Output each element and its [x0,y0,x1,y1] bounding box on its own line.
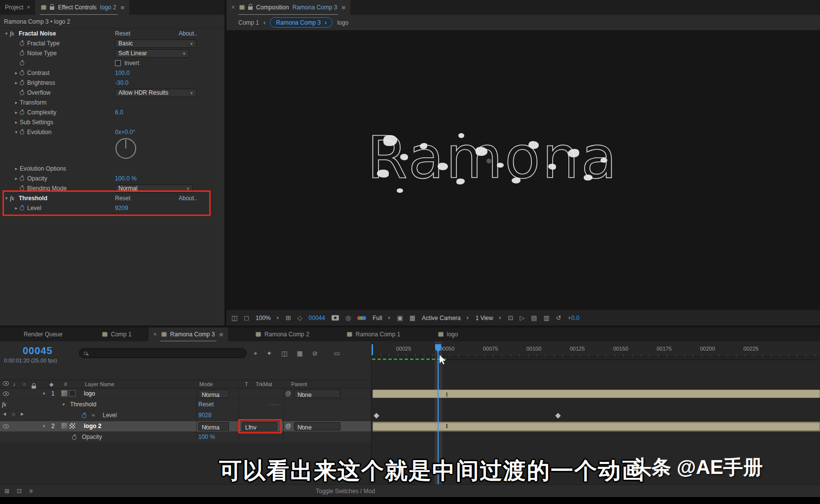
snapshot-camera-icon[interactable] [332,315,339,321]
mode-column-header[interactable]: Mode [199,381,213,387]
twirl-right-icon[interactable]: ► [13,206,20,211]
close-icon[interactable]: × [231,4,235,11]
property-row-opacity[interactable]: Opacity 100 % [0,432,371,443]
twirl-down-icon[interactable]: ▼ [13,130,20,135]
stopwatch-icon[interactable] [20,130,24,135]
resolution-select[interactable]: Full∨ [373,315,390,322]
draft-3d-icon[interactable]: ✦ [266,350,272,358]
reset-link[interactable]: Reset [115,30,130,37]
fx-icon[interactable]: fx [10,195,18,202]
property-value[interactable]: 9209 [115,205,128,212]
reset-link[interactable]: Reset [115,195,130,202]
twirl-right-icon[interactable]: ► [13,101,20,105]
camera-select[interactable]: Active Camera∨ [422,315,469,322]
stopwatch-icon[interactable] [20,61,24,66]
panel-menu-icon[interactable]: ≡ [341,4,345,11]
close-icon[interactable]: × [153,331,157,338]
tab-render-queue[interactable]: Render Queue [19,327,68,341]
frame-blending-icon[interactable]: ▦ [297,350,303,358]
layer-name-column-header[interactable]: Layer Name [85,381,114,387]
anchor-point-icon[interactable]: ⊕ [486,157,492,165]
next-keyframe-icon[interactable]: ▶ [21,412,24,416]
about-link[interactable]: About.. [179,195,197,202]
layer-switches-pane-icon[interactable]: ⊞ [4,488,9,495]
twirl-right-icon[interactable]: ► [13,177,20,181]
group-row-sub-settings[interactable]: ► Sub Settings [0,117,224,127]
layer-name[interactable]: logo 2 [84,423,101,430]
mode-dropdown[interactable]: Norma∨ [198,390,229,398]
twirl-down-icon[interactable]: ▼ [3,196,10,201]
twirl-right-icon[interactable]: ► [13,81,20,85]
panel-menu-icon[interactable]: ≡ [121,4,125,11]
t-column-header[interactable]: T [245,381,248,387]
fx-icon[interactable]: fx [2,401,10,408]
twirl-right-icon[interactable]: ► [13,167,20,171]
eye-icon[interactable] [3,392,9,396]
current-frame-field[interactable]: 00044 [309,315,325,322]
layer-row-logo-2[interactable]: ▼ 2 logo 2 Norma∨ LInv∨ @ None∨ [0,421,371,432]
twirl-right-icon[interactable]: ► [13,71,20,75]
tab-ramona-comp-2[interactable]: Ramona Comp 2 [251,327,314,341]
property-value[interactable]: -30.0 [115,79,128,86]
stopwatch-icon[interactable] [20,41,24,46]
stopwatch-icon[interactable] [20,186,24,191]
evolution-dial[interactable] [115,138,136,159]
tab-ramona-comp-1[interactable]: Ramona Comp 1 [342,327,406,341]
breadcrumb-comp1[interactable]: Comp 1 [238,19,259,26]
layer-row-logo[interactable]: ▼ 1 logo Norma∨ @ None∨ [0,389,371,399]
stopwatch-icon[interactable] [20,51,24,56]
twirl-down-icon[interactable]: ▼ [40,392,47,396]
fx-icon[interactable]: fx [10,30,18,37]
transparency-grid-icon[interactable]: ▦ [410,314,415,322]
tab-logo[interactable]: logo [433,327,463,341]
search-input[interactable] [91,349,246,357]
graph-editor-icon[interactable]: ▭ [334,350,340,358]
property-value[interactable]: 0x+0.0° [115,129,135,136]
effect-header-fractal-noise[interactable]: ▼ fx Fractal Noise Reset About.. [0,29,224,38]
lock-icon[interactable] [50,6,54,10]
about-link[interactable]: About.. [179,30,197,37]
inout-panes-icon[interactable]: ≡ [29,488,33,495]
stopwatch-icon[interactable] [20,81,24,85]
property-row-level[interactable]: ◀ ◇ ▶ ≈ Level 9028 [0,410,371,421]
region-of-interest-icon[interactable]: ▣ [397,314,403,322]
stopwatch-icon-active[interactable] [82,414,86,418]
mode-dropdown[interactable]: Norma∨ [198,422,229,431]
pixel-aspect-icon[interactable]: ⊡ [508,314,513,322]
toggle-switches-hint[interactable]: Toggle Switches / Mod [316,488,375,495]
blending-mode-dropdown[interactable]: Normal∨ [115,184,193,193]
twirl-right-icon[interactable]: ► [13,110,20,115]
graph-icon[interactable]: ≈ [92,412,95,419]
property-value[interactable]: 100.0 % [115,175,137,182]
invert-checkbox[interactable] [115,60,121,66]
tab-composition[interactable]: × Composition Ramona Comp 3 ≡ [226,0,350,15]
noise-type-dropdown[interactable]: Soft Linear∨ [115,49,189,58]
transfer-controls-pane-icon[interactable]: ⊡ [17,488,22,495]
group-row-evolution-options[interactable]: ► Evolution Options [0,164,224,174]
breadcrumb-current-pill[interactable]: Ramona Comp 3 ‹ [270,17,333,28]
trkmat-column-header[interactable]: TrkMat [256,381,272,387]
property-value[interactable]: 6.0 [115,109,123,116]
group-row-transform[interactable]: ► Transform [0,98,224,108]
tab-comp-1[interactable]: Comp 1 [97,327,137,341]
stopwatch-icon[interactable] [20,177,24,181]
exposure-value[interactable]: +0.0 [568,315,580,322]
prev-keyframe-icon[interactable]: ◀ [3,412,6,416]
solo-column-icon[interactable]: ○ [23,381,26,387]
fast-previews-icon[interactable]: ▷ [520,314,524,322]
keyframe-diamond[interactable] [555,413,560,418]
twirl-down-icon[interactable]: ▼ [3,32,10,36]
pickwhip-icon[interactable]: @ [285,423,291,430]
timeline-button-icon[interactable]: ▤ [531,314,537,322]
add-keyframe-icon[interactable]: ◇ [12,412,15,417]
property-value[interactable]: 100.0 [115,70,130,76]
audio-column-icon[interactable]: ♪ [13,381,16,387]
stopwatch-icon[interactable] [20,91,24,95]
timeline-search[interactable] [79,348,247,358]
stopwatch-icon[interactable] [72,435,76,440]
stopwatch-icon[interactable] [20,110,24,115]
effect-row-threshold[interactable]: fx ▼ Threshold Reset ····· [0,399,371,410]
tab-ramona-comp-3[interactable]: × Ramona Comp 3 ≡ [149,327,228,341]
twirl-right-icon[interactable]: ► [13,120,20,125]
panel-menu-icon[interactable]: ≡ [220,331,224,338]
